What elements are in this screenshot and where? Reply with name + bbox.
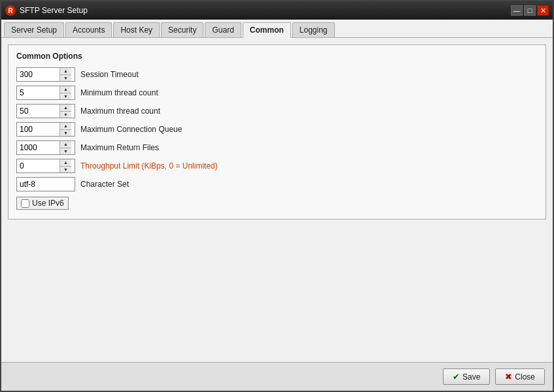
throughput-spinner[interactable]: ▲ ▼: [16, 159, 75, 173]
min-thread-row: ▲ ▼ Minimum thread count: [16, 86, 538, 100]
session-timeout-spinner[interactable]: ▲ ▼: [16, 67, 75, 82]
max-connection-row: ▲ ▼ Maximum Connection Queue: [16, 122, 538, 137]
session-timeout-label: Session Timeout: [80, 70, 139, 79]
throughput-spinner-buttons: ▲ ▼: [60, 159, 71, 172]
max-thread-row: ▲ ▼ Maximum thread count: [16, 104, 538, 118]
window-controls: — □ ✕: [511, 5, 549, 16]
tab-server-setup[interactable]: Server Setup: [4, 22, 64, 37]
tab-logging[interactable]: Logging: [292, 22, 335, 37]
min-thread-input[interactable]: [17, 86, 60, 99]
session-timeout-up[interactable]: ▲: [60, 68, 71, 75]
close-label: Close: [515, 372, 535, 382]
tab-accounts[interactable]: Accounts: [65, 22, 112, 37]
max-connection-up[interactable]: ▲: [60, 123, 71, 130]
max-thread-down[interactable]: ▼: [60, 112, 71, 118]
close-button[interactable]: ✖ Close: [495, 368, 545, 385]
max-return-input[interactable]: [17, 141, 60, 154]
max-connection-input[interactable]: [17, 123, 60, 136]
charset-input[interactable]: [16, 177, 75, 191]
session-timeout-row: ▲ ▼ Session Timeout: [16, 67, 538, 82]
save-icon: ✔: [453, 372, 460, 382]
max-connection-spinner[interactable]: ▲ ▼: [16, 122, 75, 137]
tab-guard[interactable]: Guard: [205, 22, 241, 37]
session-timeout-input[interactable]: [17, 68, 60, 81]
min-thread-up[interactable]: ▲: [60, 86, 71, 93]
group-box-title: Common Options: [16, 52, 538, 61]
tab-host-key[interactable]: Host Key: [113, 22, 160, 37]
max-return-label: Maximum Return Files: [80, 143, 159, 152]
close-icon: ✖: [505, 372, 512, 382]
ipv6-checkbox-label[interactable]: Use IPv6: [16, 197, 69, 210]
session-timeout-down[interactable]: ▼: [60, 75, 71, 82]
ipv6-checkbox[interactable]: [21, 199, 29, 208]
ipv6-label-text: Use IPv6: [32, 199, 64, 208]
max-thread-up[interactable]: ▲: [60, 105, 71, 112]
throughput-up[interactable]: ▲: [60, 159, 71, 167]
throughput-row: ▲ ▼ Throughput Limit (KiBps, 0 = Unlimit…: [16, 159, 538, 173]
charset-label: Character Set: [80, 180, 129, 189]
max-return-spinner-buttons: ▲ ▼: [60, 141, 71, 154]
throughput-down[interactable]: ▼: [60, 167, 71, 173]
common-options-group: Common Options ▲ ▼ Session Timeout ▲: [8, 44, 546, 220]
footer-bar: ✔ Save ✖ Close: [1, 362, 553, 391]
title-bar: R SFTP Server Setup — □ ✕: [1, 1, 553, 20]
save-label: Save: [462, 372, 480, 382]
max-return-spinner[interactable]: ▲ ▼: [16, 140, 75, 155]
min-thread-spinner[interactable]: ▲ ▼: [16, 86, 75, 100]
max-connection-spinner-buttons: ▲ ▼: [60, 123, 71, 136]
main-window: R SFTP Server Setup — □ ✕ Server Setup A…: [0, 0, 554, 392]
min-thread-label: Minimum thread count: [80, 88, 158, 97]
save-button[interactable]: ✔ Save: [443, 368, 490, 385]
max-thread-spinner-buttons: ▲ ▼: [60, 105, 71, 118]
max-connection-down[interactable]: ▼: [60, 130, 71, 137]
min-thread-spinner-buttons: ▲ ▼: [60, 86, 71, 99]
charset-row: Character Set: [16, 177, 538, 191]
max-return-up[interactable]: ▲: [60, 141, 71, 148]
content-area: Common Options ▲ ▼ Session Timeout ▲: [1, 38, 553, 362]
session-timeout-spinner-buttons: ▲ ▼: [60, 68, 71, 81]
ipv6-row: Use IPv6: [16, 197, 538, 210]
tab-bar: Server Setup Accounts Host Key Security …: [1, 20, 553, 38]
throughput-input[interactable]: [17, 159, 60, 172]
tab-security[interactable]: Security: [161, 22, 203, 37]
title-bar-left: R SFTP Server Setup: [5, 5, 88, 16]
window-title: SFTP Server Setup: [20, 6, 88, 15]
max-connection-label: Maximum Connection Queue: [80, 125, 182, 134]
max-thread-input[interactable]: [17, 105, 60, 118]
throughput-label: Throughput Limit (KiBps, 0 = Unlimited): [80, 161, 218, 171]
max-thread-label: Maximum thread count: [80, 106, 160, 116]
tab-common[interactable]: Common: [243, 22, 291, 38]
max-return-row: ▲ ▼ Maximum Return Files: [16, 140, 538, 155]
close-window-button[interactable]: ✕: [537, 5, 549, 16]
app-icon: R: [5, 5, 16, 16]
min-thread-down[interactable]: ▼: [60, 93, 71, 100]
minimize-button[interactable]: —: [511, 5, 523, 16]
max-return-down[interactable]: ▼: [60, 148, 71, 155]
maximize-button[interactable]: □: [524, 5, 536, 16]
max-thread-spinner[interactable]: ▲ ▼: [16, 104, 75, 118]
